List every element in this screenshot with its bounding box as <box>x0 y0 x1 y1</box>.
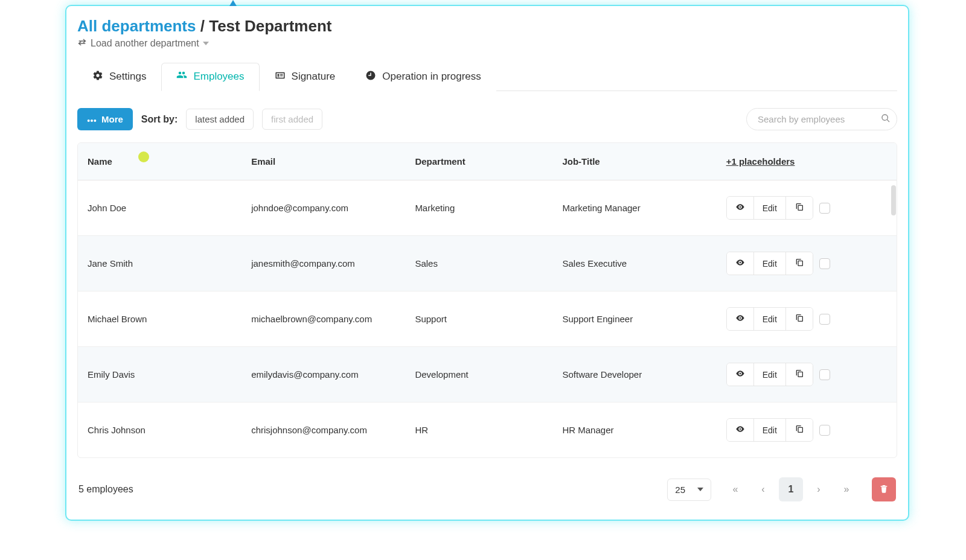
load-another-department[interactable]: Load another department <box>77 38 897 49</box>
eye-icon <box>735 313 745 325</box>
gear-icon <box>92 70 103 84</box>
eye-icon <box>735 369 745 380</box>
toolbar: More Sort by: latest added first added <box>66 91 908 135</box>
search-box[interactable] <box>746 108 897 130</box>
copy-icon <box>795 424 804 436</box>
scrollbar-thumb[interactable] <box>891 185 896 215</box>
search-icon <box>881 113 891 125</box>
sort-by-label: Sort by: <box>141 114 178 125</box>
cell-name: Michael Brown <box>78 291 242 347</box>
edit-button[interactable]: Edit <box>753 197 785 219</box>
breadcrumb: All departments / Test Department <box>77 17 897 36</box>
cell-job-title: Software Developer <box>552 347 716 402</box>
eye-icon <box>735 424 745 436</box>
col-placeholders[interactable]: +1 placeholders <box>717 143 897 180</box>
tab-signature[interactable]: Signature <box>260 63 351 91</box>
per-page-value: 25 <box>675 485 685 495</box>
row-checkbox[interactable] <box>819 369 830 380</box>
copy-button[interactable] <box>785 363 813 386</box>
view-button[interactable] <box>727 197 753 219</box>
row-checkbox[interactable] <box>819 425 830 436</box>
page-next-button[interactable]: › <box>807 477 831 501</box>
table-row: John Doejohndoe@company.comMarketingMark… <box>78 180 897 236</box>
col-job-title[interactable]: Job-Title <box>552 143 716 180</box>
delete-button[interactable] <box>872 477 896 501</box>
pagination: « ‹ 1 › » <box>723 477 859 501</box>
svg-point-0 <box>88 119 90 122</box>
table-row: Michael Brownmichaelbrown@company.comSup… <box>78 291 897 347</box>
page-prev-button[interactable]: ‹ <box>751 477 775 501</box>
cell-department: Sales <box>405 236 552 291</box>
col-department[interactable]: Department <box>405 143 552 180</box>
tab-settings[interactable]: Settings <box>77 63 161 91</box>
edit-button[interactable]: Edit <box>753 252 785 275</box>
copy-icon <box>795 258 804 269</box>
copy-button[interactable] <box>785 308 813 330</box>
page-first-button[interactable]: « <box>723 477 747 501</box>
tab-operation-in-progress[interactable]: Operation in progress <box>350 63 496 91</box>
edit-button[interactable]: Edit <box>753 419 785 441</box>
cell-department: Marketing <box>405 180 552 236</box>
col-email[interactable]: Email <box>242 143 405 180</box>
tab-label: Operation in progress <box>382 71 481 83</box>
caret-indicator <box>229 0 237 6</box>
cell-department: HR <box>405 402 552 458</box>
load-another-label: Load another department <box>91 38 199 49</box>
tab-label: Employees <box>193 71 244 83</box>
tab-employees[interactable]: Employees <box>161 63 259 91</box>
cell-job-title: Marketing Manager <box>552 180 716 236</box>
cell-name: John Doe <box>78 180 242 236</box>
view-button[interactable] <box>727 363 753 386</box>
per-page-select[interactable]: 25 <box>667 479 711 501</box>
edit-button[interactable]: Edit <box>753 363 785 386</box>
cell-name: Chris Johnson <box>78 402 242 458</box>
page-number[interactable]: 1 <box>779 477 803 501</box>
view-button[interactable] <box>727 308 753 330</box>
tab-label: Signature <box>292 71 336 83</box>
eye-icon <box>735 202 745 214</box>
view-button[interactable] <box>727 252 753 275</box>
employees-icon <box>176 69 187 83</box>
breadcrumb-root-link[interactable]: All departments <box>77 17 196 35</box>
cell-email: janesmith@company.com <box>242 236 405 291</box>
cell-email: johndoe@company.com <box>242 180 405 236</box>
department-panel: All departments / Test Department Load a… <box>65 5 909 521</box>
more-button[interactable]: More <box>77 108 133 130</box>
svg-point-1 <box>91 119 93 122</box>
eye-icon <box>735 258 745 269</box>
employee-count: 5 employees <box>78 484 133 495</box>
cell-email: chrisjohnson@company.com <box>242 402 405 458</box>
search-input[interactable] <box>756 113 874 125</box>
chevron-down-icon <box>697 488 703 491</box>
table-row: Chris Johnsonchrisjohnson@company.comHRH… <box>78 402 897 458</box>
copy-button[interactable] <box>785 419 813 441</box>
row-checkbox[interactable] <box>819 258 830 269</box>
cell-department: Development <box>405 347 552 402</box>
view-button[interactable] <box>727 419 753 441</box>
ellipsis-icon <box>87 114 97 124</box>
tab-label: Settings <box>109 71 146 83</box>
copy-icon <box>795 369 804 380</box>
cell-actions: Edit <box>717 347 897 402</box>
edit-button[interactable]: Edit <box>753 308 785 330</box>
row-checkbox[interactable] <box>819 203 830 214</box>
swap-icon <box>77 38 87 49</box>
tabs: Settings Employees Signature Operation i… <box>77 62 897 91</box>
highlight-dot <box>138 151 149 162</box>
svg-point-2 <box>94 119 96 122</box>
more-label: More <box>101 114 123 124</box>
sort-latest-added[interactable]: latest added <box>186 109 254 130</box>
sort-first-added[interactable]: first added <box>262 109 322 130</box>
clock-icon <box>365 70 376 84</box>
col-name[interactable]: Name <box>78 143 242 180</box>
copy-button[interactable] <box>785 197 813 219</box>
cell-email: michaelbrown@company.com <box>242 291 405 347</box>
cell-actions: Edit <box>717 402 897 458</box>
cell-department: Support <box>405 291 552 347</box>
row-checkbox[interactable] <box>819 314 830 325</box>
cell-job-title: Sales Executive <box>552 236 716 291</box>
cell-actions: Edit <box>717 291 897 347</box>
copy-button[interactable] <box>785 252 813 275</box>
page-last-button[interactable]: » <box>834 477 859 501</box>
employees-table: Name Email Department Job-Title +1 place… <box>77 142 897 458</box>
